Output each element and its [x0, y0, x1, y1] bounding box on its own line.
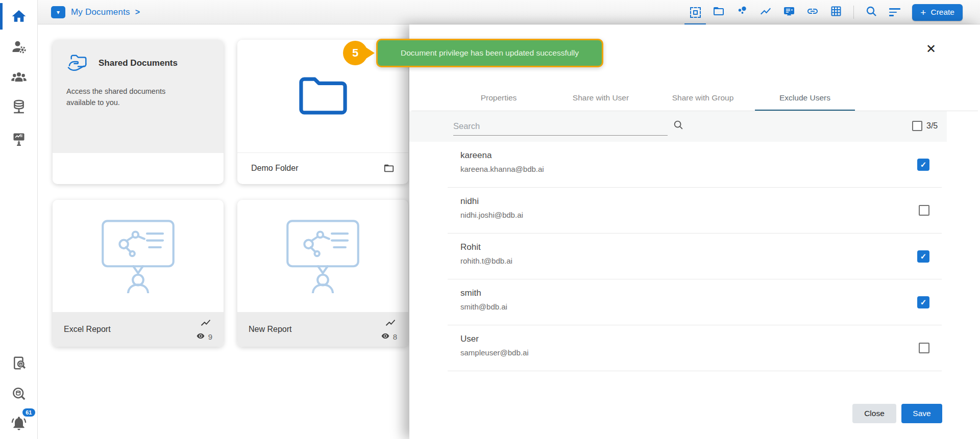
line-chart-button[interactable] [760, 6, 772, 18]
eye-icon [195, 332, 206, 342]
search-input[interactable] [453, 117, 668, 136]
shared-documents-footer [53, 153, 224, 184]
excel-report-footer: Excel Report 9 [53, 312, 224, 347]
new-report-body [237, 200, 408, 312]
toast-message: Document privilege has been updated succ… [401, 48, 579, 58]
sidebar-item-notifications[interactable]: 61 [9, 413, 29, 433]
card-shared-documents[interactable]: Shared Documents Access the shared docum… [53, 40, 224, 184]
grid-view-button[interactable] [830, 6, 842, 18]
sidebar-item-manage-users[interactable] [9, 37, 29, 57]
user-name: nidhi [460, 196, 479, 206]
presentation-icon [783, 5, 795, 19]
demo-folder-footer: Demo Folder [237, 152, 408, 184]
panel-tab[interactable]: Properties [448, 86, 550, 111]
user-name: User [460, 334, 479, 344]
shared-documents-description: Access the shared documents available to… [66, 86, 189, 109]
sidebar-item-data-search[interactable] [9, 383, 29, 404]
shared-documents-title: Shared Documents [99, 58, 178, 68]
folder-view-button[interactable] [713, 6, 725, 18]
breadcrumb-my-documents[interactable]: My Documents [71, 7, 130, 17]
folder-type-icon [383, 163, 395, 174]
sort-icon [889, 8, 900, 16]
shared-folder-icon [66, 52, 91, 74]
close-button[interactable]: Close [852, 404, 896, 423]
tab-label: Properties [481, 93, 517, 102]
share-panel: ✕ PropertiesShare with UserShare with Gr… [409, 24, 980, 439]
card-new-report[interactable]: New Report 8 [237, 200, 408, 347]
big-folder-icon [298, 75, 349, 118]
link-button[interactable] [806, 6, 819, 18]
demo-folder-title: Demo Folder [251, 164, 298, 173]
search-icon [865, 5, 877, 19]
sidebar-item-home[interactable] [9, 6, 29, 27]
close-icon[interactable]: ✕ [926, 43, 936, 55]
user-checkbox[interactable] [919, 205, 929, 216]
user-name: Rohit [460, 242, 481, 252]
sidebar: 61 [0, 0, 38, 439]
eye-icon [380, 332, 390, 342]
card-excel-report[interactable]: Excel Report 9 [53, 200, 224, 347]
user-checkbox[interactable]: ✓ [917, 296, 929, 308]
panel-footer: Close Save [852, 404, 942, 423]
sidebar-item-business-story[interactable] [9, 128, 29, 149]
story-view-button[interactable] [783, 6, 795, 18]
panel-tab[interactable]: Share with User [550, 86, 652, 111]
catalog-search-icon [11, 355, 27, 371]
tab-label: Share with Group [672, 93, 734, 102]
folder-dropdown-button[interactable]: ▾ [51, 6, 65, 18]
search-field-icon[interactable] [673, 119, 684, 133]
sidebar-item-user-groups[interactable] [9, 67, 29, 88]
panel-tabs: PropertiesShare with UserShare with Grou… [448, 86, 856, 111]
app-window: 61 ▾ My Documents > + Create [0, 0, 980, 439]
selection-count: 3/5 [926, 121, 938, 131]
tab-label: Share with User [573, 93, 629, 102]
user-row: Rohit rohith.t@bdb.ai ✓ [448, 234, 942, 279]
line-chart-icon [760, 5, 772, 19]
create-button-label: Create [930, 8, 954, 17]
sort-button[interactable] [889, 6, 901, 18]
step-annotation-badge: 5 [343, 41, 368, 65]
database-icon [11, 99, 27, 115]
user-checkbox[interactable]: ✓ [917, 159, 929, 171]
report-illustration [99, 217, 178, 295]
header-bar: ▾ My Documents > + Create [38, 0, 980, 24]
excel-report-title: Excel Report [64, 325, 111, 334]
sidebar-item-data-catalog[interactable] [9, 353, 29, 373]
excel-report-views: 9 [208, 332, 212, 341]
data-search-icon [11, 386, 27, 401]
plus-icon: + [920, 8, 926, 17]
user-row: smith smith@bdb.ai ✓ [448, 279, 942, 325]
search-button[interactable] [865, 6, 877, 18]
select-all-icon [690, 7, 701, 18]
toolbar-divider [853, 6, 854, 19]
bubble-chart-button[interactable] [736, 6, 748, 18]
grid-icon [830, 5, 842, 19]
save-button[interactable]: Save [901, 404, 942, 423]
user-row: kareena kareena.khanna@bdb.ai ✓ [448, 142, 942, 188]
header-toolbar: + Create [689, 0, 980, 24]
user-search-band: 3/5 [409, 111, 947, 142]
trend-icon [384, 317, 397, 330]
panel-tab[interactable]: Exclude Users [754, 86, 856, 111]
story-board-person-icon [12, 132, 26, 146]
sidebar-item-data-store[interactable] [9, 97, 29, 117]
chevron-right-icon: > [135, 8, 140, 17]
panel-tab[interactable]: Share with Group [652, 86, 754, 111]
bubble-chart-icon [736, 5, 748, 19]
user-email: nidhi.joshi@bdb.ai [460, 211, 523, 219]
select-all-checkbox[interactable] [912, 121, 922, 131]
bell-icon [11, 415, 27, 431]
folder-icon [713, 5, 725, 19]
excel-report-body [53, 200, 224, 312]
user-checkbox[interactable]: ✓ [917, 250, 929, 263]
notification-count-badge: 61 [22, 408, 35, 417]
home-icon [11, 8, 27, 24]
user-email: kareena.khanna@bdb.ai [460, 165, 544, 173]
link-icon [806, 5, 819, 19]
tab-label: Exclude Users [779, 93, 830, 102]
user-name: kareena [460, 150, 492, 161]
create-button[interactable]: + Create [912, 4, 963, 21]
view-select-all-button[interactable] [689, 6, 701, 18]
user-name: smith [460, 288, 481, 298]
user-checkbox[interactable] [919, 343, 929, 353]
